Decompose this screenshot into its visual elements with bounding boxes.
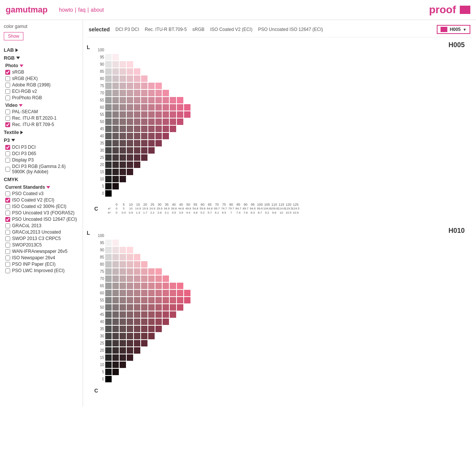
pso-inp-checkbox[interactable] bbox=[5, 262, 10, 267]
sidebar-section-textile[interactable]: Textile bbox=[4, 129, 79, 135]
pso-uncoated-v3-checkbox[interactable] bbox=[5, 211, 10, 215]
checkbox-pal-secam[interactable]: PAL-SECAM bbox=[5, 109, 79, 114]
nav-sep1: | bbox=[75, 7, 77, 13]
checkbox-pso-coated-v3[interactable]: PSO Coated v3 bbox=[5, 191, 79, 196]
main-nav: howto | faq | about bbox=[59, 7, 104, 13]
subsection-video[interactable]: Video bbox=[5, 103, 79, 108]
rgb-expand-icon bbox=[16, 57, 20, 59]
iso-newspaper-label: ISO Newspaper 26v4 bbox=[12, 255, 55, 260]
iso-coated-v2-300-checkbox[interactable] bbox=[5, 204, 10, 209]
checkbox-pso-uncoated-v3[interactable]: PSO Uncoated V3 (FOGRA52) bbox=[5, 210, 79, 215]
checkbox-iso-coated-v2-300[interactable]: ISO Coated v2 300% (ECI) bbox=[5, 204, 79, 209]
checkbox-dci-p3-rgb[interactable]: DCI P3 RGB (Gamma 2.6) 5900K (by Adobe) bbox=[5, 164, 79, 174]
bt709-checkbox[interactable] bbox=[5, 122, 10, 127]
rgb-label: RGB bbox=[4, 55, 15, 61]
show-button[interactable]: Show bbox=[4, 32, 23, 40]
current-standards-label: Current Standards bbox=[5, 185, 45, 190]
checkbox-prophoto[interactable]: ProPhoto RGB bbox=[5, 95, 79, 100]
eci-rgb-checkbox[interactable] bbox=[5, 89, 10, 94]
gracol2013-uncoated-checkbox[interactable] bbox=[5, 230, 10, 235]
checkbox-iso-newspaper[interactable]: ISO Newspaper 26v4 bbox=[5, 255, 79, 260]
proof-color-swatch bbox=[460, 6, 470, 14]
checkbox-wan-ifra[interactable]: WAN-IFRAnewspaper 26v5 bbox=[5, 249, 79, 254]
iso-coated-v2-300-label: ISO Coated v2 300% (ECI) bbox=[12, 204, 66, 209]
checkbox-dci-p3-d65[interactable]: DCI P3 D65 bbox=[5, 151, 79, 156]
pso-lwc-checkbox[interactable] bbox=[5, 268, 10, 273]
sidebar-section-lab[interactable]: LAB bbox=[4, 47, 79, 53]
eci-rgb-label: ECI-RGB v2 bbox=[12, 89, 37, 94]
content-area: selected DCI P3 DCI Rec. ITU-R BT.709-5 … bbox=[83, 20, 476, 407]
hue-selector[interactable]: H005 ▼ bbox=[437, 25, 470, 34]
checkbox-swop-2013[interactable]: SWOP 2013 C3 CRPC5 bbox=[5, 236, 79, 241]
checkbox-eci-rgb[interactable]: ECI-RGB v2 bbox=[5, 89, 79, 94]
current-standards-expand-icon bbox=[46, 186, 50, 189]
lab-label: LAB bbox=[4, 47, 14, 53]
gamut-tag-0: DCI P3 DCI bbox=[115, 27, 139, 32]
sidebar-section-rgb[interactable]: RGB bbox=[4, 55, 79, 61]
wan-ifra-checkbox[interactable] bbox=[5, 249, 10, 254]
prophoto-label: ProPhoto RGB bbox=[12, 95, 42, 100]
p3-label: P3 bbox=[4, 137, 10, 143]
pso-coated-v3-label: PSO Coated v3 bbox=[12, 191, 43, 196]
checkbox-bt2020[interactable]: Rec. ITU-R BT.2020-1 bbox=[5, 115, 79, 121]
swop-2013-checkbox[interactable] bbox=[5, 236, 10, 241]
pso-uncoated-iso-checkbox[interactable] bbox=[5, 217, 10, 222]
sidebar-section-p3[interactable]: P3 bbox=[4, 137, 79, 143]
gamut-tag-1: Rec. ITU-R BT.709-5 bbox=[145, 27, 187, 32]
display-p3-checkbox[interactable] bbox=[5, 158, 10, 163]
bt2020-label: Rec. ITU-R BT.2020-1 bbox=[12, 115, 57, 121]
display-p3-label: Display P3 bbox=[12, 157, 34, 163]
checkbox-iso-coated-v2[interactable]: ISO Coated V2 (ECI) bbox=[5, 197, 79, 203]
h010-c-axis-label: C bbox=[94, 388, 98, 394]
srgb-hex-checkbox[interactable] bbox=[5, 76, 10, 81]
adobe-rgb-checkbox[interactable] bbox=[5, 83, 10, 88]
app-logo: gamutmap bbox=[6, 5, 48, 15]
iso-coated-v2-checkbox[interactable] bbox=[5, 198, 10, 203]
dci-p3-d65-checkbox[interactable] bbox=[5, 151, 10, 156]
textile-expand-icon bbox=[20, 131, 23, 134]
srgb-checkbox[interactable] bbox=[5, 70, 10, 75]
bt2020-checkbox[interactable] bbox=[5, 116, 10, 121]
pal-secam-checkbox[interactable] bbox=[5, 109, 10, 114]
checkbox-gracol-2013[interactable]: GRACoL 2013 bbox=[5, 223, 79, 228]
gamut-tag-4: PSO Uncoated ISO 12647 (ECI) bbox=[258, 27, 323, 32]
pso-inp-label: PSO INP Paper (ECI) bbox=[12, 262, 55, 267]
swop2013c5-checkbox[interactable] bbox=[5, 243, 10, 248]
video-expand-icon bbox=[19, 104, 23, 107]
pso-coated-v3-checkbox[interactable] bbox=[5, 191, 10, 196]
subsection-current-standards[interactable]: Current Standards bbox=[5, 185, 79, 190]
hue-dropdown-arrow[interactable]: ▼ bbox=[463, 28, 467, 32]
proof-label: proof bbox=[429, 4, 456, 16]
checkbox-swop2013c5[interactable]: SWOP2013C5 bbox=[5, 242, 79, 248]
gracol-2013-checkbox[interactable] bbox=[5, 223, 10, 228]
checkbox-display-p3[interactable]: Display P3 bbox=[5, 157, 79, 163]
checkbox-pso-uncoated-iso[interactable]: PSO Uncoated ISO 12647 (ECI) bbox=[5, 217, 79, 222]
checkbox-srgb[interactable]: sRGB bbox=[5, 69, 79, 75]
iso-newspaper-checkbox[interactable] bbox=[5, 256, 10, 260]
dci-p3-rgb-checkbox[interactable] bbox=[5, 167, 10, 172]
nav-faq[interactable]: faq bbox=[78, 7, 85, 13]
checkbox-gracol2013-uncoated[interactable]: GRACoL2013 Uncoated bbox=[5, 229, 79, 235]
dci-p3-dci-checkbox[interactable] bbox=[5, 145, 10, 150]
checkbox-dci-p3-dci[interactable]: DCI P3 DCI bbox=[5, 145, 79, 150]
subsection-photo[interactable]: Photo bbox=[5, 63, 79, 68]
gamut-tag-2: sRGB bbox=[192, 27, 204, 32]
checkbox-pso-inp[interactable]: PSO INP Paper (ECI) bbox=[5, 262, 79, 267]
h010-chart-canvas bbox=[92, 227, 462, 385]
nav-about[interactable]: about bbox=[91, 7, 104, 13]
h010-l-axis-label: L bbox=[87, 230, 90, 236]
pso-uncoated-v3-label: PSO Uncoated V3 (FOGRA52) bbox=[12, 210, 74, 215]
selected-label: selected bbox=[89, 26, 110, 32]
srgb-label: sRGB bbox=[12, 69, 24, 75]
gamut-tags: DCI P3 DCI Rec. ITU-R BT.709-5 sRGB ISO … bbox=[115, 27, 323, 32]
checkbox-srgb-hex[interactable]: sRGB (HEX) bbox=[5, 76, 79, 81]
checkbox-adobe-rgb[interactable]: Adobe RGB (1998) bbox=[5, 82, 79, 88]
gracol-2013-label: GRACoL 2013 bbox=[12, 223, 41, 228]
pso-uncoated-iso-label: PSO Uncoated ISO 12647 (ECI) bbox=[12, 217, 77, 222]
nav-howto[interactable]: howto bbox=[59, 7, 73, 13]
checkbox-bt709[interactable]: Rec. ITU-R BT.709-5 bbox=[5, 122, 79, 127]
prophoto-checkbox[interactable] bbox=[5, 95, 10, 100]
checkbox-pso-lwc[interactable]: PSO LWC Improved (ECI) bbox=[5, 268, 79, 273]
sidebar-section-cmyk[interactable]: CMYK bbox=[4, 177, 79, 182]
gracol2013-uncoated-label: GRACoL2013 Uncoated bbox=[12, 229, 61, 235]
